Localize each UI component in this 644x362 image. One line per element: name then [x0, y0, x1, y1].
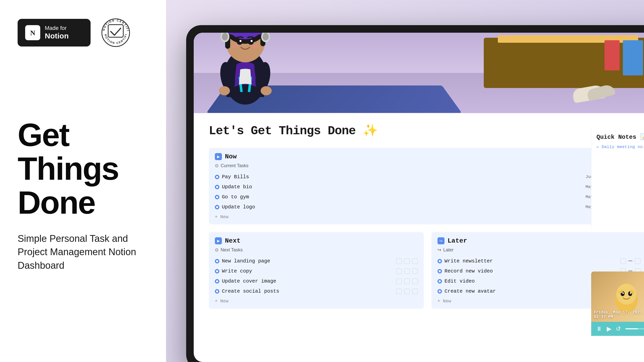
- later-icon: ↪: [437, 237, 445, 244]
- svg-point-27: [239, 40, 242, 42]
- svg-point-10: [261, 86, 272, 95]
- later-title: Later: [448, 237, 467, 245]
- quick-notes-panel: Quick Notes 📝 ✏ Daily meeting no...: [591, 128, 644, 229]
- table-row: Update logo May 21, 2024 —: [215, 202, 640, 212]
- svg-point-23: [222, 33, 228, 40]
- table-row: Create social posts: [215, 286, 418, 296]
- now-tasks: Pay Bills June 2, 2024 — Update bio May …: [215, 172, 640, 212]
- svg-rect-18: [231, 33, 259, 33]
- main-heading: Get Things Done: [18, 118, 148, 219]
- svg-point-30: [252, 44, 259, 49]
- badge-line1: Made for: [45, 25, 69, 31]
- dashboard-title: Let's Get Things Done ✨: [209, 123, 644, 138]
- table-row: Update bio May 31, 2024 —: [215, 182, 640, 192]
- tablet-screen: △: [194, 33, 644, 362]
- svg-point-25: [237, 39, 243, 45]
- right-panel: △: [166, 0, 644, 362]
- play-button[interactable]: ▶: [607, 325, 611, 332]
- dashboard-content: Let's Get Things Done ✨ ▶ Now ⊙ Current …: [194, 113, 644, 319]
- notion-badge: N Made for Notion: [18, 19, 91, 47]
- table-row: Go to gym May 23, 2024 —: [215, 192, 640, 202]
- next-icon: ▶: [215, 237, 222, 244]
- next-tasks-label: ⊙ Next Tasks: [215, 247, 418, 253]
- tablet-frame: △: [186, 25, 644, 362]
- video-date: Friday, May 17, 202... 02:37 PM: [594, 310, 644, 319]
- heading-line2: Done: [18, 185, 95, 220]
- table-row: Pay Bills June 2, 2024 —: [215, 172, 640, 182]
- svg-point-9: [219, 86, 230, 95]
- svg-point-35: [622, 292, 624, 294]
- table-row: New landing page: [215, 256, 418, 266]
- tablet-cover: △: [194, 33, 644, 113]
- video-thumbnail: Friday, May 17, 202... 02:37 PM: [591, 272, 644, 322]
- heading-line1: Get Things: [18, 117, 119, 187]
- svg-point-32: [616, 284, 636, 305]
- notion-badge-text: Made for Notion: [45, 25, 69, 40]
- character-container: △: [201, 33, 289, 113]
- tablet-container: △: [186, 25, 644, 362]
- video-widget: Friday, May 17, 202... 02:37 PM ⏸ ▶ ↺: [591, 272, 644, 342]
- dashboard-sparkle: ✨: [363, 124, 378, 138]
- bottom-grid: ▶ Next ⊙ Next Tasks New landing page: [209, 232, 644, 309]
- skip-button[interactable]: ↺: [616, 325, 621, 332]
- now-section: ▶ Now ⊙ Current Tasks Pay Bills June 2,: [209, 148, 644, 224]
- table-row: Update cover image: [215, 276, 418, 286]
- table-row: Write copy: [215, 266, 418, 276]
- svg-point-24: [263, 33, 269, 40]
- video-progress[interactable]: [625, 328, 644, 329]
- notion-icon: N: [25, 25, 40, 40]
- quick-notes-item: ✏ Daily meeting no...: [596, 144, 644, 149]
- next-header: ▶ Next: [215, 237, 418, 245]
- now-icon: ▶: [215, 153, 222, 160]
- svg-point-26: [248, 39, 254, 45]
- badges-row: N Made for Notion NOTION CERTIFIED: [18, 18, 148, 48]
- pause-button[interactable]: ⏸: [596, 325, 602, 332]
- later-tasks-label: ↪ Later: [437, 247, 640, 253]
- table-row: Write newsletter —: [437, 256, 640, 266]
- next-tasks: New landing page Write copy Update cover…: [215, 256, 418, 296]
- quick-notes-title: Quick Notes 📝: [596, 133, 644, 141]
- badge-line2: Notion: [45, 31, 69, 40]
- video-controls: ⏸ ▶ ↺: [591, 322, 644, 336]
- dashboard-title-text: Let's Get Things Done: [209, 124, 356, 138]
- next-title: Next: [225, 237, 240, 245]
- svg-text:N: N: [30, 29, 35, 37]
- now-header: ▶ Now: [215, 153, 640, 160]
- svg-point-28: [251, 40, 253, 42]
- current-tasks-label: ⊙ Current Tasks: [215, 163, 640, 168]
- svg-rect-3: [108, 25, 123, 37]
- left-panel: N Made for Notion NOTION CERTIFIED: [0, 0, 166, 362]
- certified-badge: NOTION CERTIFIED NOTION CERTIFIED: [101, 18, 131, 48]
- now-add-new[interactable]: + New: [215, 214, 640, 219]
- svg-point-29: [232, 44, 239, 49]
- later-header: ↪ Later: [437, 237, 640, 245]
- next-add-new[interactable]: + New: [215, 299, 418, 304]
- next-section: ▶ Next ⊙ Next Tasks New landing page: [209, 232, 424, 309]
- now-title: Now: [225, 153, 237, 160]
- sub-heading: Simple Personal Task and Project Managem…: [18, 232, 148, 272]
